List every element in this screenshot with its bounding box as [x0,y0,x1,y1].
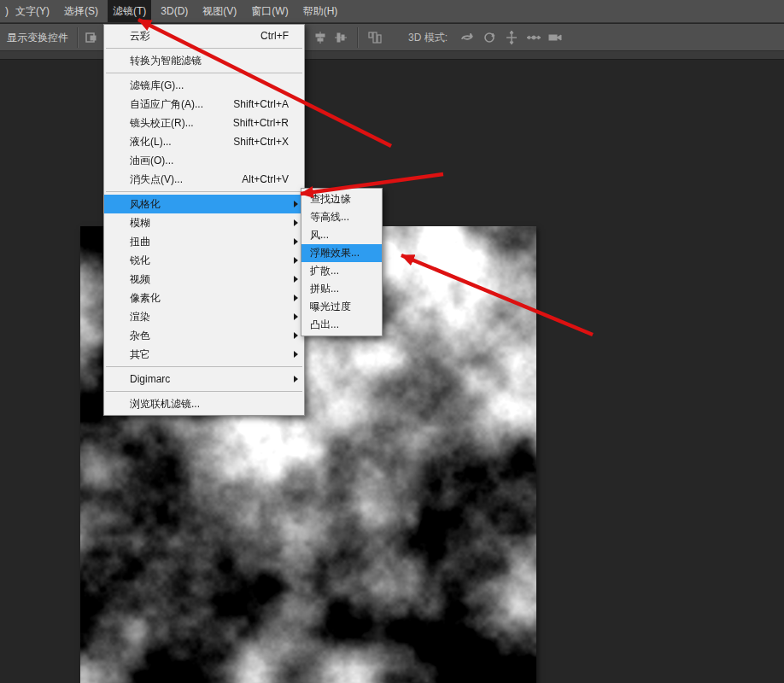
3d-pan-icon[interactable] [504,30,519,45]
3d-orbit-icon[interactable] [459,30,475,45]
3d-slide-icon[interactable] [526,30,541,45]
show-transform-controls-label[interactable]: 显示变换控件 [7,31,68,45]
submenu-item-solarize[interactable]: 曝光过度 [301,298,382,316]
auto-align-layers-icon[interactable] [367,30,383,45]
filter-menu-item-clouds-repeat[interactable]: 云彩 Ctrl+F [104,26,304,45]
toolbar-separator [77,27,79,48]
filter-menu-panel: 云彩 Ctrl+F 转换为智能滤镜 滤镜库(G)... 自适应广角(A)... … [103,24,305,416]
filter-menu-item-adaptive-wide-angle[interactable]: 自适应广角(A)... Shift+Ctrl+A [104,95,304,114]
submenu-item-tiles[interactable]: 拼贴... [301,280,382,298]
submenu-item-find-edges[interactable]: 查找边缘 [301,190,382,208]
submenu-arrow-icon [294,351,298,358]
filter-menu-item-lens-correction[interactable]: 镜头校正(R)... Shift+Ctrl+R [104,114,304,132]
3d-mode-label: 3D 模式: [408,31,448,45]
filter-menu-item-other[interactable]: 其它 [104,345,304,364]
submenu-arrow-icon [294,376,298,382]
clipped-menu-fragment: ) [3,5,10,17]
submenu-arrow-icon [294,201,298,207]
filter-menu-item-pixelate[interactable]: 像素化 [104,289,304,307]
menu-window[interactable]: 窗口(W) [246,0,293,22]
submenu-arrow-icon [294,313,298,320]
filter-menu-item-stylize[interactable]: 风格化 [104,195,304,213]
submenu-arrow-icon [294,332,298,339]
distribute-horizontal-centers-icon[interactable] [333,30,348,45]
menu-help[interactable]: 帮助(H) [298,0,343,22]
filter-menu-item-noise[interactable]: 杂色 [104,326,304,345]
submenu-arrow-icon [294,238,298,245]
menu-separator [106,191,302,192]
menu-view[interactable]: 视图(V) [197,0,242,22]
submenu-item-trace-contour[interactable]: 等高线... [301,208,382,226]
stylize-submenu-panel: 查找边缘 等高线... 风... 浮雕效果... 扩散... 拼贴... 曝光过… [301,188,383,336]
submenu-arrow-icon [294,295,298,301]
filter-menu-item-oil-paint[interactable]: 油画(O)... [104,151,304,170]
menu-filter[interactable]: 滤镜(T) [108,0,151,22]
filter-menu-item-distort[interactable]: 扭曲 [104,232,304,251]
menu-type[interactable]: 文字(Y) [10,0,55,22]
filter-menu-item-blur[interactable]: 模糊 [104,213,304,232]
toolbar-separator [357,27,359,48]
filter-menu-item-browse-filters-online[interactable]: 浏览联机滤镜... [104,394,304,413]
menu-separator [106,48,302,49]
menu-separator [106,366,302,367]
menu-separator [106,73,302,73]
filter-menu-item-render[interactable]: 渲染 [104,307,304,326]
3d-roll-icon[interactable] [482,30,497,45]
submenu-arrow-icon [294,276,298,283]
menu-3d[interactable]: 3D(D) [155,0,193,22]
submenu-item-diffuse[interactable]: 扩散... [301,262,382,280]
menu-select[interactable]: 选择(S) [59,0,103,22]
photoshop-window: ) 文字(Y) 选择(S) 滤镜(T) 3D(D) 视图(V) 窗口(W) 帮助… [0,0,784,683]
submenu-arrow-icon [294,219,298,226]
3d-zoom-icon[interactable] [547,30,563,45]
filter-menu-item-digimarc[interactable]: Digimarc [104,370,304,388]
submenu-arrow-icon [294,257,298,264]
filter-menu-item-filter-gallery[interactable]: 滤镜库(G)... [104,76,304,95]
submenu-item-emboss[interactable]: 浮雕效果... [301,244,382,262]
menu-separator [106,391,302,392]
filter-menu-item-liquify[interactable]: 液化(L)... Shift+Ctrl+X [104,132,304,151]
submenu-item-wind[interactable]: 风... [301,226,382,244]
menu-bar: ) 文字(Y) 选择(S) 滤镜(T) 3D(D) 视图(V) 窗口(W) 帮助… [0,0,784,23]
filter-menu-item-video[interactable]: 视频 [104,270,304,289]
filter-menu-item-vanishing-point[interactable]: 消失点(V)... Alt+Ctrl+V [104,170,304,189]
align-layers-icon[interactable] [84,30,99,45]
filter-menu-item-smart-filters[interactable]: 转换为智能滤镜 [104,51,304,70]
filter-menu-item-sharpen[interactable]: 锐化 [104,251,304,270]
submenu-item-extrude[interactable]: 凸出... [301,316,382,334]
distribute-vertical-centers-icon[interactable] [313,30,328,45]
